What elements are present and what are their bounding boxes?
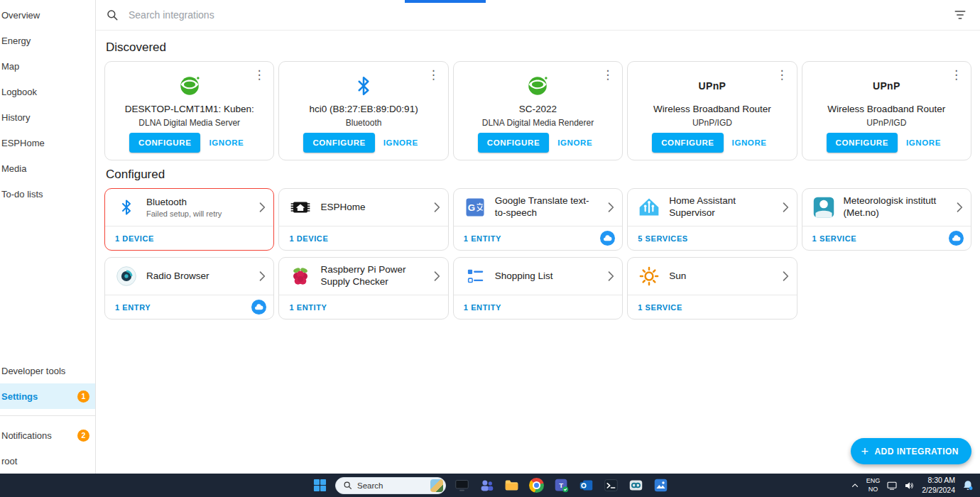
configured-card-radio-browser[interactable]: Radio Browser 1 ENTRY [104,257,274,320]
sidebar-item-todo-lists[interactable]: To-do lists [0,181,95,207]
sidebar-item-profile[interactable]: root [0,448,95,474]
entity-count-link[interactable]: 1 ENTRY [115,303,151,312]
integration-name: ESPHome [320,202,422,214]
ignore-button[interactable]: IGNORE [378,133,424,153]
chrome-icon[interactable] [527,476,545,495]
entity-count-link[interactable]: 1 SERVICE [638,303,682,312]
entity-count-link[interactable]: 1 DEVICE [289,234,328,243]
entity-count-link[interactable]: 1 ENTITY [289,303,327,312]
network-icon[interactable] [886,480,898,491]
configured-section-title: Configured [106,168,970,182]
configured-card-shopping-list[interactable]: Shopping List 1 ENTITY [453,257,623,320]
sun-icon [636,266,662,287]
home-assistant-icon [636,196,662,219]
task-view-icon[interactable] [452,476,471,495]
configured-card-metno[interactable]: Meteorologisk institutt (Met.no) 1 SERVI… [802,188,971,251]
configured-card-raspberry-pi[interactable]: Raspberry Pi Power Supply Checker 1 ENTI… [278,257,448,320]
met-no-icon [811,196,837,219]
configure-button[interactable]: CONFIGURE [129,133,200,153]
sidebar-item-label: To-do lists [1,189,43,200]
volume-icon[interactable] [904,480,915,491]
integration-name: Sun [669,271,771,283]
sidebar-item-logbook[interactable]: Logbook [0,79,95,104]
integration-name: Shopping List [495,271,597,283]
sidebar-item-notifications[interactable]: Notifications 2 [0,422,95,448]
chevron-right-icon [255,200,269,214]
entity-count-link[interactable]: 1 ENTITY [464,234,501,243]
sidebar-item-label: Energy [1,36,31,46]
google-translate-icon: G [462,197,488,218]
kebab-icon: ⋮ [950,68,962,82]
configure-button[interactable]: CONFIGURE [827,133,898,153]
entity-count-link[interactable]: 1 DEVICE [115,234,154,243]
taskbar-search[interactable]: Search [335,477,446,494]
tray-date: 2/29/2024 [922,486,955,496]
sidebar-item-map[interactable]: Map [0,53,95,79]
search-icon [106,9,119,21]
cloud-badge-icon [949,231,964,246]
entity-count-link[interactable]: 1 SERVICE [812,234,857,243]
card-menu-button[interactable]: ⋮ [772,67,793,82]
configure-button[interactable]: CONFIGURE [303,133,374,153]
integrations-search-bar [96,0,980,31]
integration-name: DESKTOP-LCMT1M1: Kuben: [125,103,254,116]
windows-taskbar: Search T ENG NO 8:30 AM 2/29/2024 [0,474,980,497]
ignore-button[interactable]: IGNORE [900,133,947,153]
filter-icon [953,8,967,22]
integration-name: Google Translate text-to-speech [495,195,597,219]
kebab-icon: ⋮ [253,68,265,82]
raspberry-pi-icon [288,266,313,287]
entity-count-link[interactable]: 1 ENTITY [464,303,501,312]
configured-card-bluetooth[interactable]: Bluetooth Failed setup, will retry 1 DEV… [104,188,274,251]
terminal-icon[interactable] [601,476,620,495]
sidebar-item-esphome[interactable]: ESPHome [0,130,95,155]
tray-chevron-up-icon[interactable] [850,481,860,491]
configured-card-supervisor[interactable]: Home Assistant Supervisor 5 SERVICES [627,188,797,251]
ignore-button[interactable]: IGNORE [552,133,598,153]
search-input[interactable] [127,9,942,21]
integration-name: Wireless Broadband Router [827,103,945,116]
sidebar-item-settings[interactable]: Settings 1 [0,383,95,409]
configure-button[interactable]: CONFIGURE [652,133,723,153]
sidebar: Overview Energy Map Logbook History ESPH… [0,0,96,474]
notifications-badge: 2 [77,430,89,442]
photos-icon[interactable] [651,476,670,495]
card-menu-button[interactable]: ⋮ [597,67,618,82]
cloud-badge-icon [600,231,615,246]
card-menu-button[interactable]: ⋮ [249,67,269,82]
outlook-icon[interactable] [577,476,595,495]
card-menu-button[interactable]: ⋮ [946,67,967,82]
ignore-button[interactable]: IGNORE [203,133,249,153]
configured-card-sun[interactable]: Sun 1 SERVICE [627,257,797,320]
file-explorer-icon[interactable] [502,476,521,495]
add-integration-button[interactable]: + ADD INTEGRATION [851,438,971,464]
teams-icon[interactable]: T [552,476,570,495]
ignore-button[interactable]: IGNORE [726,133,773,153]
chevron-right-icon [952,200,967,214]
sidebar-item-overview[interactable]: Overview [0,2,95,28]
sidebar-item-developer-tools[interactable]: Developer tools [0,358,95,383]
configured-card-esphome[interactable]: ESPHome 1 DEVICE [278,188,448,251]
card-menu-button[interactable]: ⋮ [423,67,444,82]
cloud-badge-icon [251,300,266,315]
chevron-right-icon [778,269,793,283]
start-button[interactable] [310,476,329,495]
sidebar-item-energy[interactable]: Energy [0,28,95,53]
configured-card-google-translate[interactable]: G Google Translate text-to-speech 1 ENTI… [453,188,623,251]
chevron-right-icon [604,269,618,283]
sidebar-item-label: root [1,456,17,466]
sidebar-item-media[interactable]: Media [0,155,95,181]
entity-count-link[interactable]: 5 SERVICES [638,234,688,243]
taskbar-clock[interactable]: 8:30 AM 2/29/2024 [922,476,955,495]
search-icon [343,481,352,490]
integration-name: Home Assistant Supervisor [669,195,771,219]
language-switcher[interactable]: ENG NO [866,477,881,493]
sidebar-item-history[interactable]: History [0,104,95,130]
configure-button[interactable]: CONFIGURE [478,133,549,153]
infinity-app-icon[interactable] [626,476,645,495]
settings-badge: 1 [77,390,89,403]
notification-bell-icon[interactable] [962,479,974,492]
people-icon[interactable] [477,476,496,495]
integration-name: Raspberry Pi Power Supply Checker [320,264,422,288]
filter-button[interactable] [950,5,970,25]
